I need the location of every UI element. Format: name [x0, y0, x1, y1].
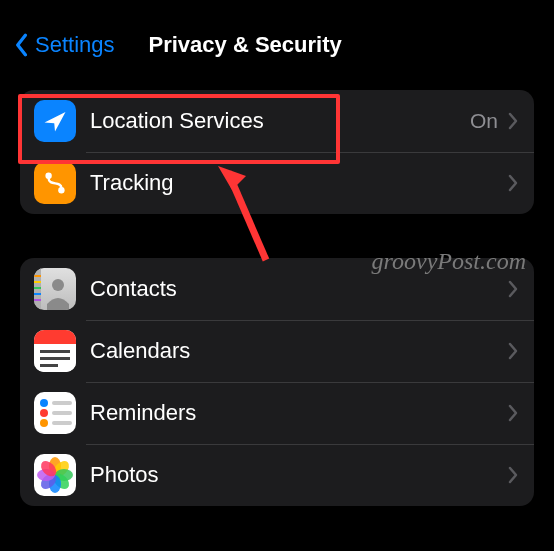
svg-rect-11 — [40, 350, 70, 353]
chevron-right-icon — [508, 174, 518, 192]
row-location-services[interactable]: Location Services On — [20, 90, 534, 152]
nav-bar: Settings Privacy & Security — [0, 0, 554, 80]
row-detail: On — [470, 109, 498, 133]
settings-group-privacy-top: Location Services On Tracking — [20, 90, 534, 214]
chevron-right-icon — [508, 280, 518, 298]
svg-rect-13 — [40, 364, 58, 367]
chevron-right-icon — [508, 404, 518, 422]
svg-point-16 — [40, 409, 48, 417]
svg-rect-15 — [52, 401, 72, 405]
svg-rect-17 — [52, 411, 72, 415]
svg-point-18 — [40, 419, 48, 427]
row-contacts[interactable]: Contacts — [20, 258, 534, 320]
row-label: Location Services — [90, 108, 470, 134]
back-label: Settings — [35, 32, 115, 58]
row-reminders[interactable]: Reminders — [20, 382, 534, 444]
row-calendars[interactable]: Calendars — [20, 320, 534, 382]
svg-rect-12 — [40, 357, 70, 360]
reminders-icon — [34, 392, 76, 434]
row-label: Calendars — [90, 338, 508, 364]
svg-rect-3 — [34, 275, 41, 277]
page-title: Privacy & Security — [149, 32, 342, 58]
location-arrow-icon — [34, 100, 76, 142]
svg-rect-6 — [34, 293, 41, 295]
chevron-right-icon — [508, 112, 518, 130]
back-button[interactable]: Settings — [12, 31, 115, 59]
chevron-right-icon — [508, 466, 518, 484]
svg-rect-19 — [52, 421, 72, 425]
calendar-icon — [34, 330, 76, 372]
svg-point-8 — [52, 279, 64, 291]
contacts-icon — [34, 268, 76, 310]
photos-icon — [34, 454, 76, 496]
row-label: Contacts — [90, 276, 508, 302]
svg-rect-4 — [34, 281, 41, 283]
row-photos[interactable]: Photos — [20, 444, 534, 506]
svg-point-14 — [40, 399, 48, 407]
row-tracking[interactable]: Tracking — [20, 152, 534, 214]
svg-rect-9 — [34, 330, 76, 344]
row-label: Photos — [90, 462, 508, 488]
chevron-left-icon — [12, 31, 29, 59]
settings-group-privacy-apps: Contacts Calendars — [20, 258, 534, 506]
row-label: Tracking — [90, 170, 508, 196]
svg-rect-5 — [34, 287, 41, 289]
tracking-icon — [34, 162, 76, 204]
row-label: Reminders — [90, 400, 508, 426]
svg-rect-7 — [34, 299, 41, 301]
chevron-right-icon — [508, 342, 518, 360]
